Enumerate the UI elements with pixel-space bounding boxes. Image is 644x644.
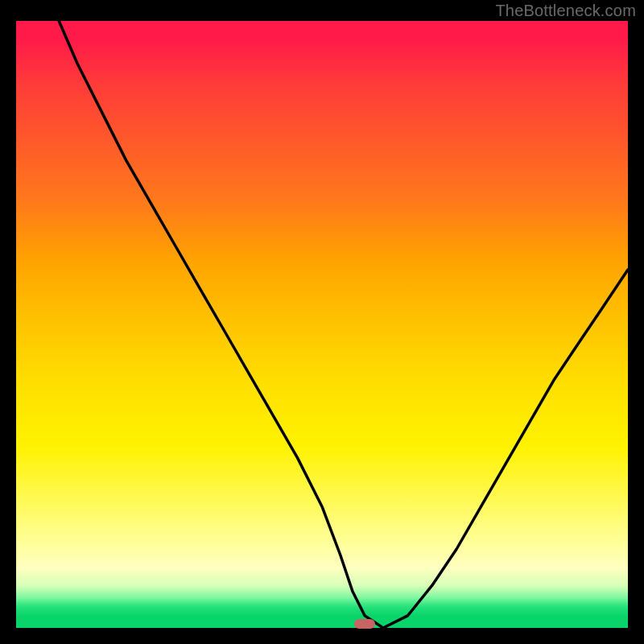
curve-svg: [16, 21, 628, 628]
plot-area: [16, 21, 628, 628]
optimum-marker: [354, 619, 375, 629]
chart-container: TheBottleneck.com: [0, 0, 644, 644]
bottleneck-curve: [59, 21, 628, 628]
watermark-text: TheBottleneck.com: [495, 2, 636, 20]
